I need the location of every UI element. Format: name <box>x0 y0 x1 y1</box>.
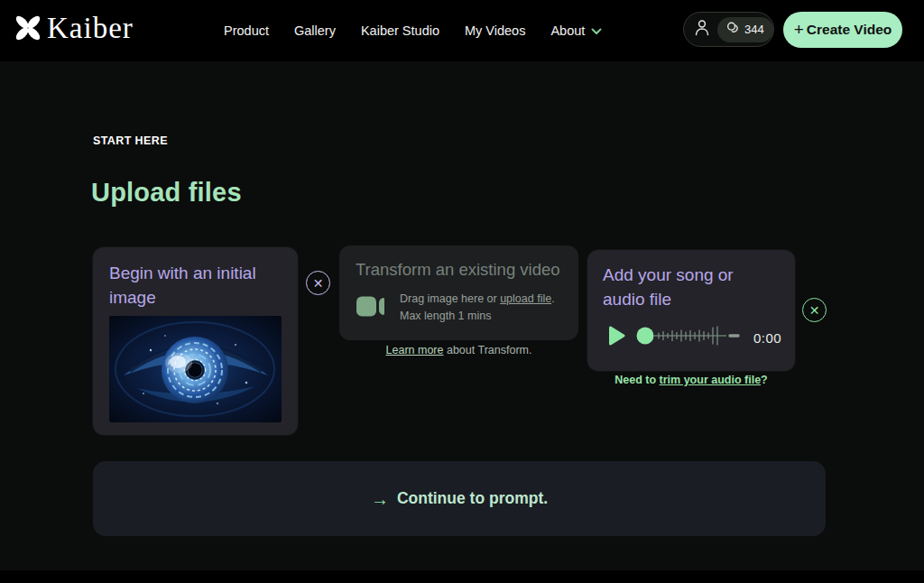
nav-item-product[interactable]: Product <box>224 23 269 38</box>
learn-more-rest: about Transform. <box>443 344 531 356</box>
continue-label: Continue to prompt. <box>397 489 548 508</box>
continue-to-prompt-button[interactable]: → Continue to prompt. <box>93 461 826 536</box>
card-transform-video-dropzone[interactable]: Transform an existing video Drag image h… <box>339 245 578 340</box>
coins-icon <box>726 22 740 38</box>
nav-item-kaiber-studio[interactable]: Kaiber Studio <box>361 23 439 38</box>
nav-item-my-videos[interactable]: My Videos <box>465 23 525 38</box>
kaiber-logo-mark-icon <box>13 11 43 49</box>
drop-instructions: Drag image here or upload file. Max leng… <box>400 291 555 325</box>
nav-item-about[interactable]: About <box>550 23 602 39</box>
trim-suffix: ? <box>761 374 768 386</box>
nav-item-gallery[interactable]: Gallery <box>294 23 336 38</box>
credits-count: 344 <box>744 23 764 36</box>
card-audio-title: Add your song or audio file <box>603 263 780 311</box>
page-title: Upload files <box>91 178 242 208</box>
drag-line: Drag image here or upload file. <box>400 291 555 308</box>
kaiber-app: Kaiber Product Gallery Kaiber Studio My … <box>0 0 924 583</box>
uploaded-image-thumbnail <box>109 316 282 422</box>
close-icon[interactable]: ✕ <box>306 271 330 295</box>
audio-time: 0:00 <box>753 330 781 346</box>
nav-item-about-label: About <box>550 23 585 38</box>
card-transform-video-title: Transform an existing video <box>356 258 562 282</box>
plus-icon: + <box>794 21 804 40</box>
play-icon[interactable] <box>608 326 625 349</box>
chevron-down-icon <box>591 23 602 39</box>
main-nav: Product Gallery Kaiber Studio My Videos … <box>224 0 602 61</box>
start-here-eyebrow: START HERE <box>93 134 168 147</box>
close-icon[interactable]: ✕ <box>802 298 827 322</box>
learn-more-line: Learn more about Transform. <box>339 344 578 356</box>
create-video-label: Create Video <box>807 22 892 38</box>
kaiber-logo[interactable]: Kaiber <box>13 11 134 49</box>
trim-audio-link[interactable]: trim your audio file <box>660 374 762 386</box>
video-drop-row: Drag image here or upload file. Max leng… <box>356 291 562 325</box>
card-initial-image: Begin with an initial image <box>93 247 298 435</box>
credits-badge: 344 <box>717 17 773 42</box>
arrow-right-icon: → <box>371 490 389 508</box>
trim-prefix: Need to <box>614 374 659 386</box>
user-icon <box>694 19 710 40</box>
max-length-line: Max length 1 mins <box>400 308 555 325</box>
audio-player: 0:00 <box>608 319 780 356</box>
top-nav-bar: Kaiber Product Gallery Kaiber Studio My … <box>0 0 924 61</box>
card-audio-file: Add your song or audio file <box>587 250 795 371</box>
video-camera-icon <box>356 295 388 321</box>
upload-file-link[interactable]: upload file <box>500 292 551 305</box>
drag-prefix: Drag image here or <box>400 292 500 305</box>
close-glyph: ✕ <box>809 304 820 317</box>
footer-strip <box>0 570 924 583</box>
create-video-button[interactable]: + Create Video <box>783 12 902 48</box>
trim-audio-line: Need to trim your audio file? <box>556 374 827 386</box>
card-initial-image-title: Begin with an initial image <box>109 261 282 310</box>
close-glyph: ✕ <box>313 277 324 290</box>
kaiber-wordmark: Kaiber <box>47 14 134 47</box>
learn-more-link[interactable]: Learn more <box>386 344 444 356</box>
account-credits-pill[interactable]: 344 <box>683 12 774 47</box>
audio-scrubber[interactable] <box>636 319 743 356</box>
drag-suffix: . <box>551 292 554 305</box>
